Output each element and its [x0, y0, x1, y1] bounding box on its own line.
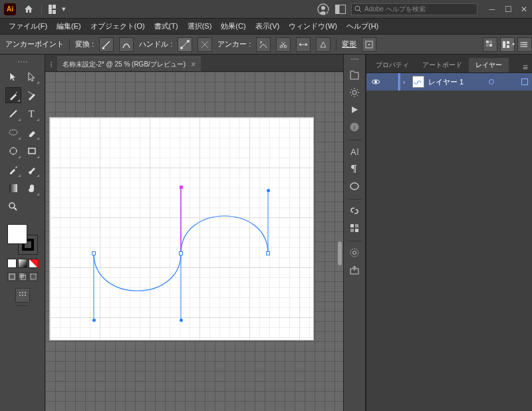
draw-inside-button[interactable] [29, 272, 38, 281]
svg-text:A: A [350, 147, 356, 157]
help-search[interactable]: Adobe ヘルプを検索 [351, 3, 477, 15]
close-tab-icon[interactable]: × [191, 60, 196, 69]
handle-point[interactable] [180, 319, 183, 322]
convert-to-corner-button[interactable] [99, 37, 114, 52]
color-icon[interactable] [347, 245, 362, 260]
layer-name[interactable]: レイヤー 1 [428, 77, 464, 87]
svg-rect-24 [507, 41, 509, 44]
strip-drag-handle[interactable] [351, 59, 358, 60]
handle-hide-button[interactable] [198, 37, 212, 52]
visibility-icon[interactable] [366, 78, 385, 85]
libraries-icon[interactable] [347, 68, 362, 82]
anchor-point[interactable] [179, 251, 183, 255]
hand-tool[interactable] [24, 180, 40, 196]
path-close-button[interactable] [316, 37, 331, 52]
fill-stroke-swatch[interactable] [7, 224, 38, 255]
menu-type[interactable]: 書式(T) [150, 21, 183, 31]
target-icon[interactable] [489, 79, 494, 84]
anchor-point[interactable] [92, 251, 96, 255]
svg-point-51 [352, 90, 356, 94]
options-list-button[interactable] [517, 37, 532, 52]
expand-layer-icon[interactable]: › [403, 78, 412, 86]
direct-selection-tool[interactable] [24, 68, 40, 84]
links-icon[interactable] [347, 204, 362, 218]
menu-effect[interactable]: 効果(C) [216, 21, 250, 31]
handle-point[interactable] [92, 319, 96, 322]
eyedropper-tool[interactable] [5, 162, 21, 178]
ellipse-tool[interactable] [5, 124, 21, 140]
pen-tool[interactable] [5, 87, 21, 103]
rectangle-tool[interactable] [24, 143, 40, 159]
selection-tool[interactable] [5, 68, 21, 84]
gradient-mode-button[interactable] [18, 259, 27, 268]
search-icon [354, 5, 362, 13]
color-mode-button[interactable] [7, 259, 17, 268]
draw-behind-button[interactable] [18, 272, 27, 281]
document-tab[interactable]: 名称未設定-2* @ 25 % (RGB/プレビュー) × [57, 57, 201, 71]
align-pixel-button[interactable] [483, 37, 497, 52]
character-icon[interactable]: A [347, 144, 362, 159]
maximize-button[interactable]: ☐ [500, 3, 516, 16]
minimize-button[interactable]: ─ [484, 3, 500, 16]
vertical-scrollbar[interactable] [338, 241, 342, 265]
panel-menu-icon[interactable]: ≡ [523, 62, 528, 72]
export-icon[interactable] [347, 263, 362, 277]
curvature-tool[interactable] [24, 87, 40, 103]
edit-toolbar-button[interactable] [15, 288, 30, 303]
tab-layers[interactable]: レイヤー [469, 58, 509, 72]
close-button[interactable]: ✕ [516, 3, 532, 16]
layer-row[interactable]: › レイヤー 1 [366, 73, 532, 90]
none-mode-button[interactable] [29, 259, 38, 268]
account-icon[interactable] [317, 3, 330, 16]
svg-rect-34 [9, 184, 17, 192]
zoom-tool[interactable] [5, 199, 21, 215]
paintbrush-tool[interactable] [24, 162, 40, 178]
gear-icon[interactable] [347, 85, 362, 100]
play-icon[interactable] [347, 102, 362, 117]
divider [41, 4, 42, 15]
transform-link[interactable]: 変形 [342, 39, 356, 49]
menu-window[interactable]: ウィンドウ(W) [284, 21, 342, 31]
menu-edit[interactable]: 編集(E) [52, 21, 86, 31]
menu-select[interactable]: 選択(S) [183, 21, 217, 31]
menu-help[interactable]: ヘルプ(H) [342, 21, 383, 31]
svg-point-42 [22, 292, 23, 293]
connect-points-button[interactable] [296, 37, 311, 52]
info-icon[interactable]: i [347, 120, 362, 134]
screen-mode-icon[interactable] [335, 5, 346, 14]
isolate-button[interactable]: ▾ [500, 37, 515, 52]
cut-path-button[interactable] [276, 37, 291, 52]
svg-point-45 [22, 295, 23, 296]
paragraph-icon[interactable] [347, 162, 362, 176]
handle-point[interactable] [267, 189, 270, 192]
tab-properties[interactable]: プロパティ [369, 58, 416, 72]
toolbox-drag-handle[interactable] [15, 61, 31, 65]
home-icon[interactable] [23, 3, 35, 15]
eraser-tool[interactable] [24, 124, 40, 140]
search-placeholder: Adobe ヘルプを検索 [364, 5, 426, 14]
type-tool[interactable]: T [24, 106, 40, 122]
workspace-switcher[interactable]: ▾ [49, 5, 66, 14]
doc-tabs-handle[interactable] [51, 62, 55, 67]
svg-line-36 [14, 207, 17, 210]
draw-normal-button[interactable] [7, 272, 17, 281]
canvas[interactable] [45, 72, 343, 411]
free-transform-tool[interactable] [5, 143, 21, 159]
anchor-remove-button[interactable] [256, 37, 271, 52]
reference-point-button[interactable] [362, 37, 376, 52]
layer-thumbnail [412, 76, 424, 88]
handle-show-button[interactable] [178, 37, 192, 52]
tab-artboards[interactable]: アートボード [416, 58, 469, 72]
convert-to-smooth-button[interactable] [119, 37, 134, 52]
selected-handle-point[interactable] [180, 186, 183, 189]
opentype-icon[interactable] [347, 179, 362, 194]
vector-path[interactable] [49, 117, 314, 341]
gradient-tool[interactable] [5, 180, 21, 196]
swatches-icon[interactable] [347, 221, 362, 235]
menu-object[interactable]: オブジェクト(O) [86, 21, 150, 31]
menu-file[interactable]: ファイル(F) [4, 21, 52, 31]
line-tool[interactable] [5, 106, 21, 122]
fill-swatch[interactable] [7, 224, 27, 244]
menu-view[interactable]: 表示(V) [251, 21, 285, 31]
anchor-point[interactable] [266, 251, 270, 255]
